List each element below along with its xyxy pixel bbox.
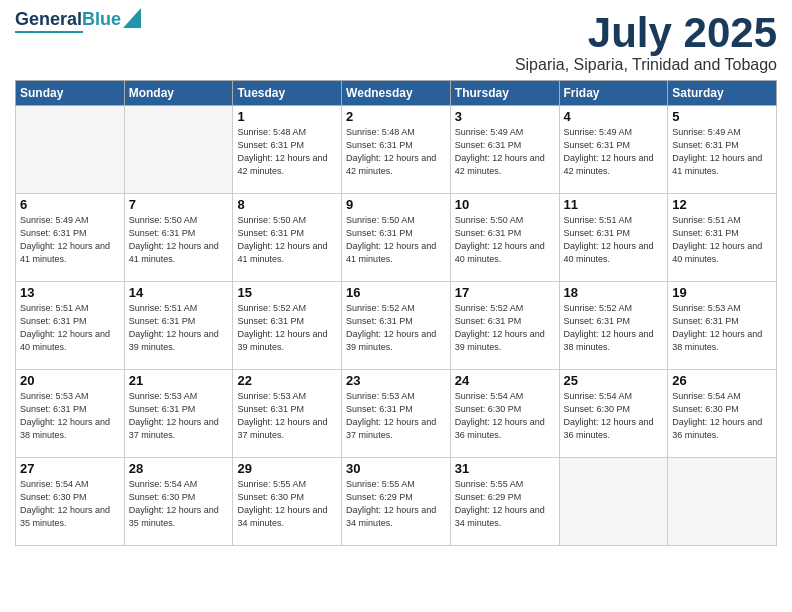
day-info: Sunrise: 5:51 AMSunset: 6:31 PMDaylight:… [564, 214, 664, 266]
logo-triangle-icon [123, 8, 141, 28]
table-row: 14Sunrise: 5:51 AMSunset: 6:31 PMDayligh… [124, 282, 233, 370]
table-row: 9Sunrise: 5:50 AMSunset: 6:31 PMDaylight… [342, 194, 451, 282]
sunset-text: Sunset: 6:31 PM [237, 140, 304, 150]
daylight-text: Daylight: 12 hours and 41 minutes. [237, 241, 327, 264]
sunrise-text: Sunrise: 5:48 AM [346, 127, 415, 137]
table-row: 16Sunrise: 5:52 AMSunset: 6:31 PMDayligh… [342, 282, 451, 370]
day-number: 31 [455, 461, 555, 476]
daylight-text: Daylight: 12 hours and 34 minutes. [346, 505, 436, 528]
sunrise-text: Sunrise: 5:54 AM [129, 479, 198, 489]
daylight-text: Daylight: 12 hours and 38 minutes. [672, 329, 762, 352]
sunset-text: Sunset: 6:31 PM [346, 140, 413, 150]
daylight-text: Daylight: 12 hours and 40 minutes. [564, 241, 654, 264]
sunrise-text: Sunrise: 5:48 AM [237, 127, 306, 137]
sunset-text: Sunset: 6:31 PM [20, 404, 87, 414]
day-info: Sunrise: 5:49 AMSunset: 6:31 PMDaylight:… [672, 126, 772, 178]
sunset-text: Sunset: 6:31 PM [455, 228, 522, 238]
col-monday: Monday [124, 81, 233, 106]
table-row: 24Sunrise: 5:54 AMSunset: 6:30 PMDayligh… [450, 370, 559, 458]
calendar-body: 1Sunrise: 5:48 AMSunset: 6:31 PMDaylight… [16, 106, 777, 546]
day-number: 1 [237, 109, 337, 124]
day-info: Sunrise: 5:54 AMSunset: 6:30 PMDaylight:… [672, 390, 772, 442]
day-info: Sunrise: 5:51 AMSunset: 6:31 PMDaylight:… [20, 302, 120, 354]
table-row: 3Sunrise: 5:49 AMSunset: 6:31 PMDaylight… [450, 106, 559, 194]
sunset-text: Sunset: 6:31 PM [672, 140, 739, 150]
day-info: Sunrise: 5:52 AMSunset: 6:31 PMDaylight:… [346, 302, 446, 354]
day-number: 15 [237, 285, 337, 300]
sunset-text: Sunset: 6:31 PM [455, 316, 522, 326]
calendar-table: Sunday Monday Tuesday Wednesday Thursday… [15, 80, 777, 546]
sunset-text: Sunset: 6:31 PM [564, 228, 631, 238]
day-number: 3 [455, 109, 555, 124]
sunrise-text: Sunrise: 5:55 AM [237, 479, 306, 489]
calendar-week-row: 13Sunrise: 5:51 AMSunset: 6:31 PMDayligh… [16, 282, 777, 370]
day-number: 22 [237, 373, 337, 388]
day-info: Sunrise: 5:50 AMSunset: 6:31 PMDaylight:… [129, 214, 229, 266]
sunrise-text: Sunrise: 5:51 AM [129, 303, 198, 313]
sunrise-text: Sunrise: 5:49 AM [20, 215, 89, 225]
sunset-text: Sunset: 6:31 PM [346, 228, 413, 238]
day-info: Sunrise: 5:49 AMSunset: 6:31 PMDaylight:… [455, 126, 555, 178]
day-number: 17 [455, 285, 555, 300]
page: GeneralBlue July 2025 Siparia, Siparia, … [0, 0, 792, 612]
location-subtitle: Siparia, Siparia, Trinidad and Tobago [515, 56, 777, 74]
day-number: 30 [346, 461, 446, 476]
day-number: 6 [20, 197, 120, 212]
day-number: 13 [20, 285, 120, 300]
daylight-text: Daylight: 12 hours and 36 minutes. [455, 417, 545, 440]
daylight-text: Daylight: 12 hours and 39 minutes. [129, 329, 219, 352]
table-row: 18Sunrise: 5:52 AMSunset: 6:31 PMDayligh… [559, 282, 668, 370]
daylight-text: Daylight: 12 hours and 38 minutes. [20, 417, 110, 440]
calendar-week-row: 6Sunrise: 5:49 AMSunset: 6:31 PMDaylight… [16, 194, 777, 282]
sunrise-text: Sunrise: 5:53 AM [346, 391, 415, 401]
sunrise-text: Sunrise: 5:54 AM [455, 391, 524, 401]
col-sunday: Sunday [16, 81, 125, 106]
day-number: 18 [564, 285, 664, 300]
day-info: Sunrise: 5:55 AMSunset: 6:29 PMDaylight:… [455, 478, 555, 530]
day-info: Sunrise: 5:52 AMSunset: 6:31 PMDaylight:… [564, 302, 664, 354]
sunrise-text: Sunrise: 5:54 AM [672, 391, 741, 401]
col-tuesday: Tuesday [233, 81, 342, 106]
day-info: Sunrise: 5:50 AMSunset: 6:31 PMDaylight:… [455, 214, 555, 266]
sunrise-text: Sunrise: 5:54 AM [20, 479, 89, 489]
day-number: 26 [672, 373, 772, 388]
day-info: Sunrise: 5:52 AMSunset: 6:31 PMDaylight:… [455, 302, 555, 354]
sunset-text: Sunset: 6:31 PM [237, 404, 304, 414]
sunset-text: Sunset: 6:30 PM [455, 404, 522, 414]
sunrise-text: Sunrise: 5:53 AM [237, 391, 306, 401]
calendar-week-row: 27Sunrise: 5:54 AMSunset: 6:30 PMDayligh… [16, 458, 777, 546]
sunset-text: Sunset: 6:30 PM [564, 404, 631, 414]
day-info: Sunrise: 5:53 AMSunset: 6:31 PMDaylight:… [346, 390, 446, 442]
sunset-text: Sunset: 6:30 PM [237, 492, 304, 502]
col-friday: Friday [559, 81, 668, 106]
table-row: 26Sunrise: 5:54 AMSunset: 6:30 PMDayligh… [668, 370, 777, 458]
sunset-text: Sunset: 6:31 PM [129, 404, 196, 414]
daylight-text: Daylight: 12 hours and 39 minutes. [455, 329, 545, 352]
sunset-text: Sunset: 6:31 PM [346, 404, 413, 414]
sunset-text: Sunset: 6:30 PM [20, 492, 87, 502]
daylight-text: Daylight: 12 hours and 40 minutes. [455, 241, 545, 264]
calendar-week-row: 1Sunrise: 5:48 AMSunset: 6:31 PMDaylight… [16, 106, 777, 194]
sunrise-text: Sunrise: 5:52 AM [346, 303, 415, 313]
sunrise-text: Sunrise: 5:50 AM [129, 215, 198, 225]
daylight-text: Daylight: 12 hours and 42 minutes. [455, 153, 545, 176]
day-info: Sunrise: 5:51 AMSunset: 6:31 PMDaylight:… [672, 214, 772, 266]
daylight-text: Daylight: 12 hours and 36 minutes. [564, 417, 654, 440]
daylight-text: Daylight: 12 hours and 35 minutes. [129, 505, 219, 528]
table-row: 8Sunrise: 5:50 AMSunset: 6:31 PMDaylight… [233, 194, 342, 282]
sunrise-text: Sunrise: 5:55 AM [455, 479, 524, 489]
sunset-text: Sunset: 6:31 PM [20, 316, 87, 326]
day-number: 19 [672, 285, 772, 300]
sunrise-text: Sunrise: 5:53 AM [20, 391, 89, 401]
day-number: 10 [455, 197, 555, 212]
table-row: 1Sunrise: 5:48 AMSunset: 6:31 PMDaylight… [233, 106, 342, 194]
day-info: Sunrise: 5:55 AMSunset: 6:29 PMDaylight:… [346, 478, 446, 530]
day-number: 2 [346, 109, 446, 124]
day-number: 23 [346, 373, 446, 388]
table-row: 2Sunrise: 5:48 AMSunset: 6:31 PMDaylight… [342, 106, 451, 194]
sunset-text: Sunset: 6:29 PM [346, 492, 413, 502]
day-number: 20 [20, 373, 120, 388]
table-row [559, 458, 668, 546]
sunset-text: Sunset: 6:29 PM [455, 492, 522, 502]
sunrise-text: Sunrise: 5:53 AM [129, 391, 198, 401]
